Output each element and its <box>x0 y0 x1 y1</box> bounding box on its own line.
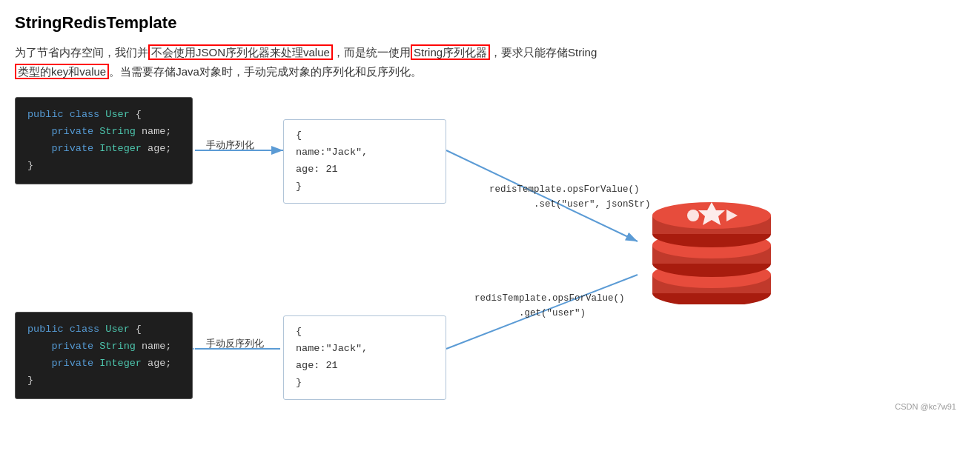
kw-public-bottom: public class <box>27 324 99 335</box>
json-line4-bottom: } <box>296 375 434 392</box>
type-string1-bottom: String <box>99 341 136 352</box>
json-line4-top: } <box>296 178 434 196</box>
json-box-top: { name:"Jack", age: 21 } <box>283 119 446 204</box>
type-string1-top: String <box>99 126 136 137</box>
json-line3-top: age: 21 <box>296 161 434 178</box>
json-line1-bottom: { <box>296 324 434 341</box>
description-text: 为了节省内存空间，我们并不会使用JSON序列化器来处理value，而是统一使用S… <box>15 43 965 81</box>
redis-icon <box>645 186 778 304</box>
json-box-bottom: { name:"Jack", age: 21 } <box>283 315 446 400</box>
diagram-area: public class User { private String name;… <box>15 97 964 415</box>
label-deserialize: 手动反序列化 <box>206 337 264 350</box>
highlight1: 不会使用JSON序列化器来处理value <box>148 44 333 60</box>
page-title: StringRedisTemplate <box>15 13 965 33</box>
highlight3: 类型的key和value <box>15 64 109 79</box>
code-box-bottom: public class User { private String name;… <box>15 312 193 399</box>
api-get-text: redisTemplate.opsForValue() .get("user") <box>474 291 625 321</box>
svg-point-17 <box>687 210 699 221</box>
kw-private1-bottom: private <box>51 341 93 352</box>
type-user-top: User <box>105 109 129 120</box>
json-line2-top: name:"Jack", <box>296 144 434 161</box>
type-integer1-bottom: Integer <box>99 358 142 369</box>
highlight2: String序列化器 <box>411 44 490 60</box>
kw-private2-top: private <box>51 143 93 154</box>
type-user-bottom: User <box>105 324 129 335</box>
json-line1-top: { <box>296 127 434 144</box>
type-integer1-top: Integer <box>99 143 142 154</box>
json-line2-bottom: name:"Jack", <box>296 341 434 358</box>
api-set-text: redisTemplate.opsForValue() .set("user",… <box>489 182 651 212</box>
desc-part4: 。当需要存储Java对象时，手动完成对象的序列化和反序列化。 <box>109 65 422 78</box>
label-serialize: 手动序列化 <box>206 138 254 152</box>
desc-part2: ，而是统一使用 <box>333 46 411 59</box>
desc-part1: 为了节省内存空间，我们并 <box>15 46 148 59</box>
kw-private2-bottom: private <box>51 358 93 369</box>
watermark: CSDN @kc7w91 <box>895 402 956 411</box>
json-line3-bottom: age: 21 <box>296 358 434 375</box>
desc-part3: ，要求只能存储String <box>490 46 597 59</box>
kw-private1-top: private <box>51 126 93 137</box>
kw-public-top: public class <box>27 109 99 120</box>
code-box-top: public class User { private String name;… <box>15 97 193 184</box>
